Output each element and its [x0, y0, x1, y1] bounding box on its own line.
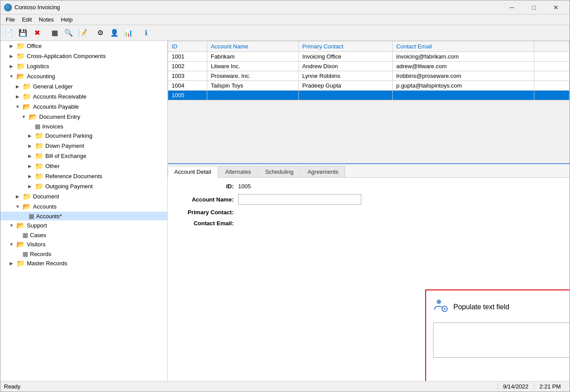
tree-arrow-master-records[interactable]	[8, 260, 15, 267]
tree-arrow-logistics[interactable]	[8, 63, 15, 70]
sidebar-item-accounts[interactable]: 📂 Accounts	[0, 201, 167, 212]
close-button[interactable]: ✕	[546, 0, 566, 15]
menu-help[interactable]: Help	[57, 15, 76, 24]
table-row[interactable]: 1002 Litware Inc. Andrew Dixon adrew@lit…	[168, 62, 570, 71]
folder-icon-accounting: 📂	[16, 72, 25, 81]
col-header-name[interactable]: Account Name	[207, 41, 298, 52]
sidebar-item-reference-documents[interactable]: 📁 Reference Documents	[0, 171, 167, 181]
minimize-button[interactable]: ─	[502, 0, 522, 15]
sidebar-item-support[interactable]: 📂 Support	[0, 220, 167, 231]
folder-icon-outgoing-payment: 📁	[35, 182, 44, 191]
menu-edit[interactable]: Edit	[18, 15, 35, 24]
settings-button[interactable]: ⚙	[94, 27, 107, 39]
folder-icon-reference-documents: 📁	[35, 172, 44, 180]
sidebar-label-outgoing-payment: Outgoing Payment	[45, 183, 93, 190]
sidebar-item-document[interactable]: 📁 Document	[0, 191, 167, 201]
tab-alternates[interactable]: Alternates	[219, 166, 258, 177]
sidebar-label-office: Office	[27, 43, 42, 49]
table-row[interactable]: 1004 Tailspin Toys Pradeep Gupta p.gupta…	[168, 81, 570, 91]
sidebar-item-document-parking[interactable]: 📁 Document Parking	[0, 131, 167, 141]
tree-arrow-down-payment[interactable]	[27, 143, 33, 149]
col-header-email[interactable]: Contact Email	[393, 41, 534, 52]
sidebar-item-invoices[interactable]: ▦ Invoices	[0, 122, 167, 131]
sidebar-label-master-records: Master Records	[27, 260, 67, 267]
tree-arrow-other[interactable]	[27, 163, 33, 169]
note-button[interactable]: 📝	[76, 27, 89, 39]
tree-arrow-accounts-receivable[interactable]	[15, 94, 21, 100]
sidebar-item-down-payment[interactable]: 📁 Down Payment	[0, 141, 167, 151]
status-bar: Ready 9/14/2022 2:21 PM	[0, 381, 570, 392]
folder-icon-office: 📁	[16, 42, 25, 50]
sidebar-item-records[interactable]: ▦ Records	[0, 249, 167, 258]
tree-arrow-accounts-payable[interactable]	[15, 104, 21, 110]
tree-arrow-bill-of-exchange[interactable]	[27, 153, 33, 159]
sidebar-item-master-records[interactable]: 📁 Master Records	[0, 258, 167, 268]
sidebar-item-accounting[interactable]: 📂 Accounting	[0, 71, 167, 81]
save-button[interactable]: 💾	[16, 27, 29, 39]
tree-arrow-accounts[interactable]	[15, 204, 21, 210]
table-icon-accounts: ▦	[29, 212, 34, 220]
account-name-label: Account Name:	[177, 196, 234, 203]
cell-contact: Lynne Robbins	[298, 71, 392, 81]
sidebar-label-accounts-receivable: Accounts Receivable	[33, 93, 86, 100]
tree-arrow-visitors[interactable]	[8, 242, 15, 248]
table-row[interactable]: 1003 Proseware, Inc. Lynne Robbins lrobb…	[168, 71, 570, 81]
tab-account-detail[interactable]: Account Detail	[168, 166, 218, 178]
tree-arrow-office[interactable]	[8, 43, 15, 49]
folder-icon-accounts-payable: 📂	[22, 103, 31, 111]
sidebar-item-other[interactable]: 📁 Other	[0, 161, 167, 171]
tree-arrow-document-entry[interactable]	[21, 114, 27, 120]
grid-button[interactable]: ▦	[48, 27, 61, 39]
menu-file[interactable]: File	[2, 15, 18, 24]
tree-arrow-document-parking[interactable]	[27, 133, 33, 139]
tree-arrow-outgoing-payment[interactable]	[27, 183, 33, 190]
cell-contact: Pradeep Gupta	[298, 81, 392, 91]
table-row-selected[interactable]: 1005	[168, 91, 570, 100]
sidebar-item-cases[interactable]: ▦ Cases	[0, 231, 167, 239]
sidebar-label-accounting: Accounting	[27, 73, 55, 80]
sidebar-item-visitors[interactable]: 📂 Visitors	[0, 239, 167, 249]
sidebar-label-down-payment: Down Payment	[45, 143, 84, 149]
populate-icon	[433, 297, 449, 316]
tree-arrow-reference-documents[interactable]	[27, 173, 33, 180]
tree-arrow-document[interactable]	[15, 194, 21, 200]
sidebar-label-cross-app: Cross-Application Components	[27, 53, 106, 59]
col-header-id[interactable]: ID	[168, 41, 207, 52]
cell-email: p.gupta@tailspintoys.com	[393, 81, 534, 91]
new-button[interactable]: 📄	[2, 27, 15, 39]
folder-icon-general-ledger: 📁	[22, 82, 31, 91]
sidebar-item-bill-of-exchange[interactable]: 📁 Bill of Exchange	[0, 151, 167, 161]
table-row[interactable]: 1001 Fabrikam Invoicing Office invoicing…	[168, 52, 570, 62]
data-grid[interactable]: ID Account Name Primary Contact Contact …	[168, 41, 570, 164]
maximize-button[interactable]: □	[524, 0, 544, 15]
populate-textarea[interactable]	[433, 322, 570, 358]
menu-notes[interactable]: Notes	[35, 15, 57, 24]
info-button[interactable]: ℹ	[140, 27, 153, 39]
search-button[interactable]: 🔍	[62, 27, 75, 39]
sidebar-item-office[interactable]: 📁 Office	[0, 41, 167, 51]
sidebar-item-general-ledger[interactable]: 📁 General Ledger	[0, 81, 167, 92]
status-time: 2:21 PM	[534, 383, 566, 390]
sidebar-label-bill-of-exchange: Bill of Exchange	[45, 153, 86, 159]
tree-arrow-support[interactable]	[8, 223, 15, 229]
sidebar-label-accounts-payable: Accounts Payable	[33, 103, 79, 110]
user-button[interactable]: 👤	[108, 27, 121, 39]
export-button[interactable]: 📊	[122, 27, 135, 39]
sidebar-item-logistics[interactable]: 📁 Logistics	[0, 61, 167, 71]
tree-arrow-general-ledger[interactable]	[15, 84, 21, 90]
sidebar-item-accounts-payable[interactable]: 📂 Accounts Payable	[0, 102, 167, 112]
sidebar-item-accounts-receivable[interactable]: 📁 Accounts Receivable	[0, 92, 167, 102]
sidebar-item-cross-app[interactable]: 📁 Cross-Application Components	[0, 51, 167, 61]
sidebar-item-outgoing-payment[interactable]: 📁 Outgoing Payment	[0, 181, 167, 191]
delete-button[interactable]: ✖	[30, 27, 44, 39]
tree-arrow-cross-app[interactable]	[8, 53, 15, 59]
sidebar-item-accounts-table[interactable]: ▦ Accounts*	[0, 212, 167, 220]
account-name-input[interactable]	[238, 194, 361, 205]
tree-arrow-accounting[interactable]	[8, 73, 15, 80]
tab-agreements[interactable]: Agreements	[301, 166, 345, 177]
folder-icon-other: 📁	[35, 162, 44, 170]
col-header-contact[interactable]: Primary Contact	[298, 41, 392, 52]
cell-name	[207, 91, 298, 100]
sidebar-item-document-entry[interactable]: 📂 Document Entry	[0, 112, 167, 122]
tab-scheduling[interactable]: Scheduling	[258, 166, 300, 177]
